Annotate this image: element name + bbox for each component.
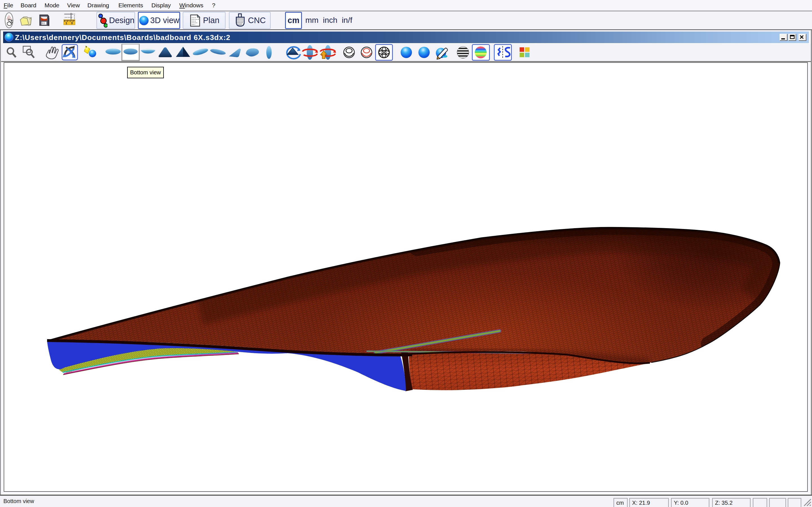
svg-text:0: 0 [71, 21, 73, 25]
svg-text:1: 1 [65, 21, 67, 25]
